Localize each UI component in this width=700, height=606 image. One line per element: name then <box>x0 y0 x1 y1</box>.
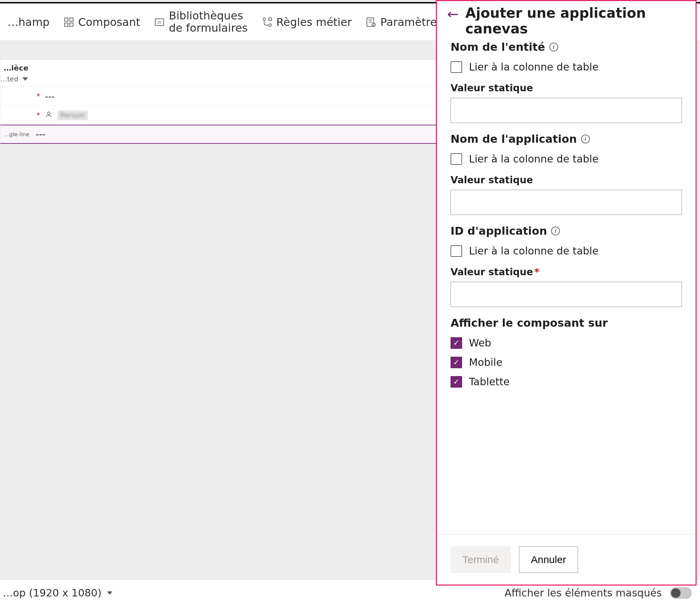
show-on-mobile-checkbox-row[interactable]: ✓ Mobile <box>451 356 682 368</box>
checkbox-unchecked-icon[interactable] <box>451 153 462 165</box>
appid-static-value-label: Valeur statique* <box>451 266 682 278</box>
chevron-down-icon <box>107 591 112 595</box>
cancel-button[interactable]: Annuler <box>519 546 578 573</box>
toolbar-add-field-label: …hamp <box>7 16 49 29</box>
entity-static-value-label: Valeur statique <box>451 82 682 94</box>
app-name-label: Nom de l'application i <box>451 133 682 145</box>
panel-footer: Terminé Annuler <box>437 534 696 585</box>
show-on-tablet-checkbox-row[interactable]: ✓ Tablette <box>451 376 682 388</box>
lookup-person-chip[interactable]: Person <box>57 110 88 120</box>
checkbox-unchecked-icon[interactable] <box>451 245 462 257</box>
form-section-card[interactable]: …ièce …ted * --- * Person …gle-line --- <box>0 59 439 144</box>
toggle-knob <box>671 588 681 598</box>
checkbox-checked-icon[interactable]: ✓ <box>451 376 462 388</box>
toolbar-component[interactable]: Composant <box>60 14 143 31</box>
show-hidden-label: Afficher les éléments masqués <box>504 587 662 599</box>
entity-bind-column-checkbox-row[interactable]: Lier à la colonne de table <box>451 61 682 73</box>
svg-rect-2 <box>65 23 68 26</box>
back-arrow-icon[interactable]: ← <box>447 5 459 21</box>
entity-static-value-input[interactable] <box>451 98 682 123</box>
toolbar-business-rules-label: Règles métier <box>276 16 352 29</box>
svg-rect-8 <box>269 18 272 20</box>
chevron-down-icon <box>22 77 28 81</box>
field-placeholder: --- <box>45 91 55 102</box>
person-icon <box>45 111 52 120</box>
form-field-row-3-selected[interactable]: …gle-line --- <box>0 125 439 144</box>
component-icon <box>63 16 75 28</box>
show-on-web-checkbox-row[interactable]: ✓ Web <box>451 337 682 349</box>
panel-header: ← Ajouter une application canevas <box>437 1 696 39</box>
js-library-icon: JS <box>154 16 165 28</box>
toolbar-add-field[interactable]: …hamp <box>4 14 53 31</box>
done-button: Terminé <box>451 546 511 573</box>
section-title: …ièce <box>0 60 439 74</box>
form-field-row-2[interactable]: * Person <box>0 106 439 125</box>
info-icon[interactable]: i <box>551 227 560 235</box>
svg-point-13 <box>47 112 50 114</box>
toolbar-component-label: Composant <box>78 16 140 29</box>
show-hidden-toggle[interactable] <box>670 587 692 599</box>
field-placeholder: --- <box>36 129 45 139</box>
svg-point-6 <box>263 18 265 20</box>
field-label: …gle-line <box>4 131 31 138</box>
checkbox-unchecked-icon[interactable] <box>451 61 462 73</box>
checkbox-checked-icon[interactable]: ✓ <box>451 337 462 349</box>
show-component-on-label: Afficher le composant sur <box>451 316 682 329</box>
toolbar-business-rules[interactable]: Règles métier <box>258 14 355 31</box>
svg-rect-1 <box>70 18 73 21</box>
appname-static-value-input[interactable] <box>451 190 682 215</box>
panel-title: Ajouter une application canevas <box>466 5 685 36</box>
appname-bind-column-checkbox-row[interactable]: Lier à la colonne de table <box>451 153 682 165</box>
app-id-label: ID d'application i <box>451 224 682 237</box>
toolbar-form-libraries[interactable]: JS Bibliothèques de formulaires <box>150 8 251 36</box>
appname-static-value-label: Valeur statique <box>451 174 682 186</box>
viewport-selector[interactable]: …op (1920 x 1080) <box>3 587 112 599</box>
form-field-row-1[interactable]: * --- <box>0 87 439 106</box>
checkbox-checked-icon[interactable]: ✓ <box>451 357 462 368</box>
flow-icon <box>261 16 273 28</box>
add-canvas-app-panel: ← Ajouter une application canevas Nom de… <box>436 0 697 586</box>
toolbar-form-libraries-label: Bibliothèques de formulaires <box>169 10 247 34</box>
svg-rect-0 <box>65 18 68 21</box>
info-icon[interactable]: i <box>581 135 590 143</box>
form-settings-icon <box>365 16 377 28</box>
entity-name-label: Nom de l'entité i <box>451 41 682 53</box>
panel-body: Nom de l'entité i Lier à la colonne de t… <box>437 39 696 534</box>
info-icon[interactable]: i <box>549 43 558 51</box>
svg-text:JS: JS <box>157 20 162 25</box>
appid-static-value-input[interactable] <box>451 282 682 307</box>
section-subhead[interactable]: …ted <box>0 74 439 87</box>
appid-bind-column-checkbox-row[interactable]: Lier à la colonne de table <box>451 245 682 257</box>
svg-rect-3 <box>70 23 73 26</box>
svg-point-7 <box>269 24 272 27</box>
